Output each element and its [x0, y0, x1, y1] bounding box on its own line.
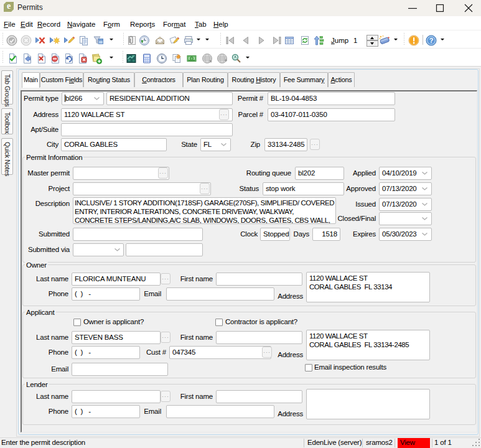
svg-text:?: ? — [429, 37, 434, 44]
